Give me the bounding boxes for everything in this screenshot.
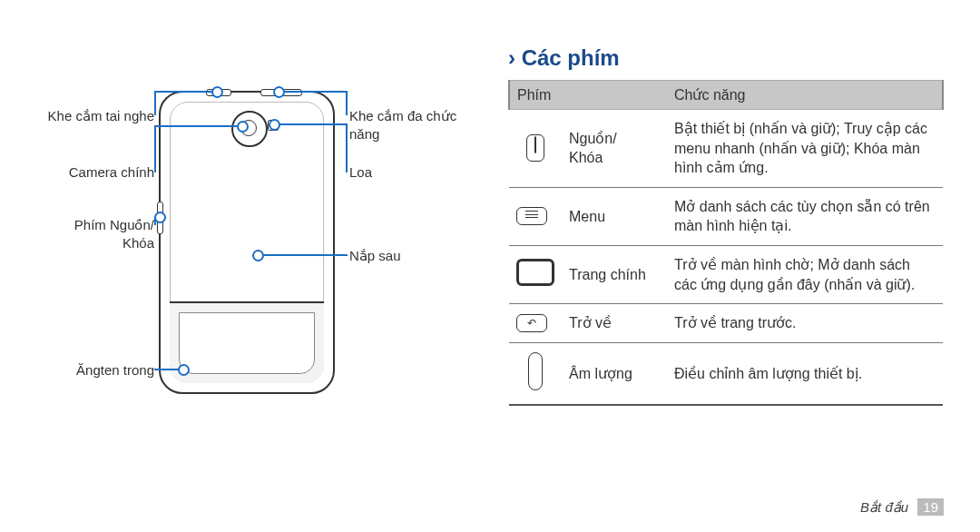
callout-line xyxy=(154,216,156,225)
label-headset-jack: Khe cắm tai nghe xyxy=(36,107,154,125)
keys-table: Phím Chức năng Nguồn/ Khóa Bật thiết bị … xyxy=(508,80,944,406)
key-label: Trở về xyxy=(562,304,667,343)
phone-diagram-panel: Khe cắm tai nghe Camera chính Phím Nguồn… xyxy=(0,0,490,532)
col-function: Chức năng xyxy=(667,81,943,110)
chevron-icon: › xyxy=(508,45,515,70)
key-desc: Bật thiết bị (nhấn và giữ); Truy cập các… xyxy=(667,110,943,188)
footer-section: Bắt đầu xyxy=(860,499,908,515)
table-row: Menu Mở danh sách các tùy chọn sẵn có tr… xyxy=(509,187,943,245)
col-key: Phím xyxy=(509,81,667,110)
label-main-camera: Camera chính xyxy=(36,163,154,182)
phone-body xyxy=(159,91,335,394)
key-label: Menu xyxy=(562,187,667,245)
callout-dot xyxy=(273,86,285,98)
callout-line xyxy=(259,254,348,256)
keys-panel: › Các phím Phím Chức năng Nguồn/ Khóa Bậ… xyxy=(490,0,980,532)
label-speaker: Loa xyxy=(349,163,372,182)
callout-dot xyxy=(269,119,280,131)
section-heading: › Các phím xyxy=(508,45,944,71)
callout-line xyxy=(154,91,156,115)
callout-line xyxy=(275,123,348,125)
heading-text: Các phím xyxy=(522,45,620,70)
callout-dot xyxy=(178,364,190,376)
callout-dot xyxy=(252,250,264,261)
table-row: Âm lượng Điều chỉnh âm lượng thiết bị. xyxy=(509,342,943,405)
key-label: Nguồn/ Khóa xyxy=(562,110,667,188)
menu-key-icon xyxy=(516,207,547,225)
page-footer: Bắt đầu 19 xyxy=(860,499,944,516)
table-row: Nguồn/ Khóa Bật thiết bị (nhấn và giữ); … xyxy=(509,110,943,188)
callout-line xyxy=(346,123,348,172)
phone-outline xyxy=(159,91,331,390)
power-key-icon xyxy=(526,134,544,162)
callout-line xyxy=(154,125,156,172)
key-desc: Trở về màn hình chờ; Mở danh sách các ứn… xyxy=(667,245,943,303)
callout-line xyxy=(154,91,215,93)
callout-line xyxy=(154,125,240,127)
table-row: ↶ Trở về Trở về trang trước. xyxy=(509,304,943,343)
label-back-cover: Nắp sau xyxy=(349,247,401,265)
footer-page-number: 19 xyxy=(917,498,944,516)
home-key-icon xyxy=(516,259,554,286)
callout-dot xyxy=(237,121,249,133)
key-label: Trang chính xyxy=(562,245,667,303)
label-power-key: Phím Nguồn/ Khóa xyxy=(36,216,154,251)
callout-line xyxy=(279,91,348,93)
label-multi-jack: Khe cắm đa chức năng xyxy=(349,107,485,143)
label-internal-antenna: Ăngten trong xyxy=(36,361,154,379)
volume-key-icon xyxy=(528,352,543,390)
key-desc: Trở về trang trước. xyxy=(667,304,943,343)
back-key-icon: ↶ xyxy=(516,314,547,332)
key-desc: Điều chỉnh âm lượng thiết bị. xyxy=(667,342,943,405)
callout-line xyxy=(346,91,348,115)
table-row: Trang chính Trở về màn hình chờ; Mở danh… xyxy=(509,245,943,303)
callout-dot xyxy=(211,86,223,98)
key-desc: Mở danh sách các tùy chọn sẵn có trên mà… xyxy=(667,187,943,245)
key-label: Âm lượng xyxy=(562,342,667,405)
